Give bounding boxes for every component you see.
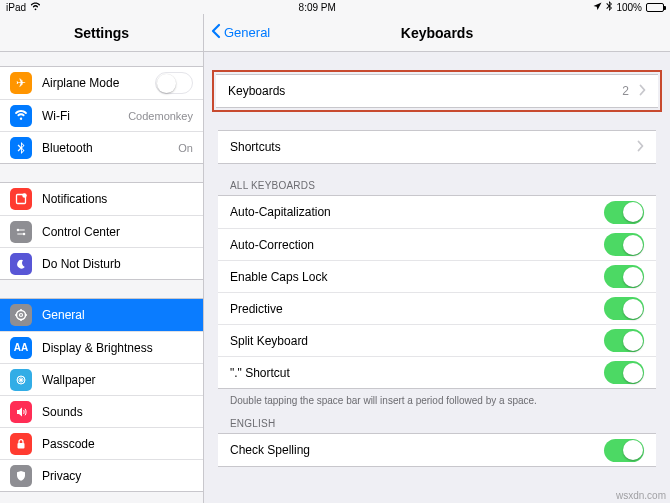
label-bluetooth: Bluetooth	[42, 141, 168, 155]
status-time: 8:09 PM	[299, 2, 336, 13]
label-period-shortcut: "." Shortcut	[230, 366, 594, 380]
highlight-annotation: Keyboards 2	[212, 70, 662, 112]
detail-header: General Keyboards	[204, 14, 670, 52]
value-wifi: Codemonkey	[128, 110, 193, 122]
chevron-right-icon	[637, 140, 644, 155]
row-auto-correction[interactable]: Auto-Correction	[218, 228, 656, 260]
row-period-shortcut[interactable]: "." Shortcut	[218, 356, 656, 388]
sidebar-item-sounds[interactable]: Sounds	[0, 395, 203, 427]
status-bar: iPad 8:09 PM 100%	[0, 0, 670, 14]
value-bluetooth: On	[178, 142, 193, 154]
dnd-icon	[10, 253, 32, 275]
device-label: iPad	[6, 2, 26, 13]
airplane-toggle[interactable]	[155, 72, 193, 94]
label-airplane: Airplane Mode	[42, 76, 145, 90]
value-keyboards-count: 2	[622, 84, 629, 98]
label-display: Display & Brightness	[42, 341, 193, 355]
bluetooth-icon	[10, 137, 32, 159]
sidebar-item-wifi[interactable]: Wi-Fi Codemonkey	[0, 99, 203, 131]
watermark: wsxdn.com	[616, 490, 666, 501]
row-keyboards[interactable]: Keyboards 2	[216, 75, 658, 107]
bluetooth-status-icon	[606, 1, 612, 13]
label-shortcuts: Shortcuts	[230, 140, 627, 154]
section-all-keyboards: ALL KEYBOARDS	[230, 180, 644, 191]
row-check-spelling[interactable]: Check Spelling	[218, 434, 656, 466]
row-auto-capitalization[interactable]: Auto-Capitalization	[218, 196, 656, 228]
label-auto-corr: Auto-Correction	[230, 238, 594, 252]
label-caps-lock: Enable Caps Lock	[230, 270, 594, 284]
sidebar-item-notifications[interactable]: Notifications	[0, 183, 203, 215]
label-passcode: Passcode	[42, 437, 193, 451]
toggle-auto-corr[interactable]	[604, 233, 644, 256]
svg-point-6	[17, 311, 26, 320]
label-wallpaper: Wallpaper	[42, 373, 193, 387]
back-button[interactable]: General	[204, 22, 270, 43]
detail-title: Keyboards	[204, 25, 670, 41]
svg-point-4	[23, 232, 26, 235]
label-privacy: Privacy	[42, 469, 193, 483]
detail-pane: General Keyboards Keyboards 2	[204, 14, 670, 503]
footer-period: Double tapping the space bar will insert…	[230, 395, 644, 406]
toggle-split-kb[interactable]	[604, 329, 644, 352]
wifi-icon	[10, 105, 32, 127]
label-dnd: Do Not Disturb	[42, 257, 193, 271]
label-sounds: Sounds	[42, 405, 193, 419]
sidebar-item-general[interactable]: General	[0, 299, 203, 331]
sidebar-title: Settings	[74, 25, 129, 41]
svg-point-2	[17, 228, 20, 231]
label-notifications: Notifications	[42, 192, 193, 206]
row-caps-lock[interactable]: Enable Caps Lock	[218, 260, 656, 292]
toggle-check-spelling[interactable]	[604, 439, 644, 462]
back-label: General	[224, 25, 270, 40]
label-check-spelling: Check Spelling	[230, 443, 594, 457]
label-auto-cap: Auto-Capitalization	[230, 205, 594, 219]
sounds-icon	[10, 401, 32, 423]
svg-rect-18	[18, 443, 25, 449]
svg-point-1	[22, 193, 26, 197]
control-center-icon	[10, 221, 32, 243]
svg-rect-5	[17, 233, 23, 234]
display-icon: AA	[10, 337, 32, 359]
label-general: General	[42, 308, 193, 322]
airplane-icon: ✈	[10, 72, 32, 94]
location-icon	[593, 2, 602, 13]
wifi-status-icon	[30, 2, 41, 13]
toggle-caps-lock[interactable]	[604, 265, 644, 288]
privacy-icon	[10, 465, 32, 487]
sidebar-item-privacy[interactable]: Privacy	[0, 459, 203, 491]
row-predictive[interactable]: Predictive	[218, 292, 656, 324]
sidebar-item-airplane[interactable]: ✈ Airplane Mode	[0, 67, 203, 99]
wallpaper-icon	[10, 369, 32, 391]
chevron-left-icon	[210, 22, 222, 43]
sidebar-header: Settings	[0, 14, 203, 52]
label-control-center: Control Center	[42, 225, 193, 239]
label-wifi: Wi-Fi	[42, 109, 118, 123]
sidebar-item-display[interactable]: AA Display & Brightness	[0, 331, 203, 363]
toggle-auto-cap[interactable]	[604, 201, 644, 224]
section-english: ENGLISH	[230, 418, 644, 429]
chevron-right-icon	[639, 84, 646, 99]
passcode-icon	[10, 433, 32, 455]
label-split-kb: Split Keyboard	[230, 334, 594, 348]
sidebar: Settings ✈ Airplane Mode Wi-Fi Codemonke…	[0, 14, 204, 503]
label-predictive: Predictive	[230, 302, 594, 316]
general-icon	[10, 304, 32, 326]
notifications-icon	[10, 188, 32, 210]
toggle-period-shortcut[interactable]	[604, 361, 644, 384]
battery-icon	[646, 3, 664, 12]
sidebar-item-bluetooth[interactable]: Bluetooth On	[0, 131, 203, 163]
svg-point-7	[20, 314, 23, 317]
row-shortcuts[interactable]: Shortcuts	[218, 131, 656, 163]
sidebar-item-passcode[interactable]: Passcode	[0, 427, 203, 459]
toggle-predictive[interactable]	[604, 297, 644, 320]
row-split-keyboard[interactable]: Split Keyboard	[218, 324, 656, 356]
sidebar-item-control-center[interactable]: Control Center	[0, 215, 203, 247]
svg-rect-3	[19, 229, 25, 230]
battery-pct: 100%	[616, 2, 642, 13]
label-keyboards: Keyboards	[228, 84, 612, 98]
sidebar-item-dnd[interactable]: Do Not Disturb	[0, 247, 203, 279]
sidebar-item-wallpaper[interactable]: Wallpaper	[0, 363, 203, 395]
